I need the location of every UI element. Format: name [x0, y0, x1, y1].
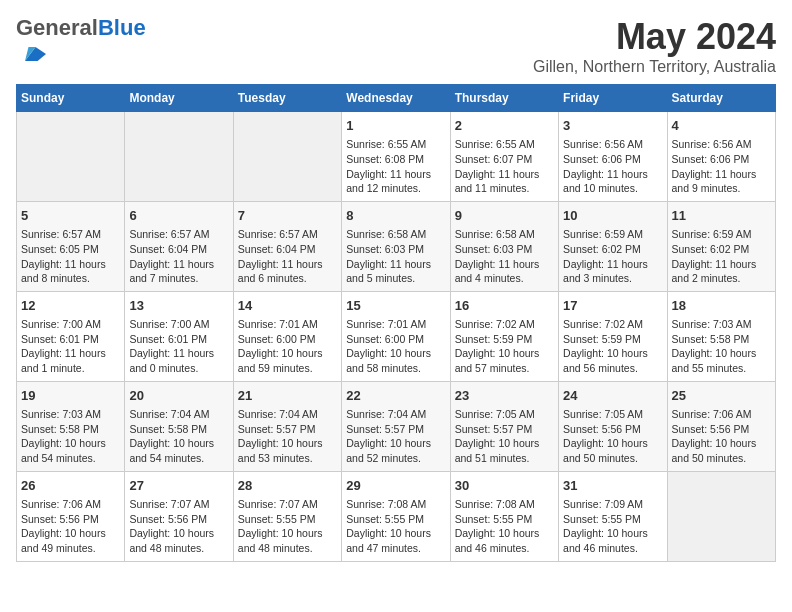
calendar-cell: 9Sunrise: 6:58 AM Sunset: 6:03 PM Daylig… [450, 201, 558, 291]
day-number: 11 [672, 207, 771, 225]
weekday-header: Tuesday [233, 85, 341, 112]
day-number: 5 [21, 207, 120, 225]
day-number: 31 [563, 477, 662, 495]
day-number: 8 [346, 207, 445, 225]
calendar-cell: 27Sunrise: 7:07 AM Sunset: 5:56 PM Dayli… [125, 471, 233, 561]
calendar-cell: 11Sunrise: 6:59 AM Sunset: 6:02 PM Dayli… [667, 201, 775, 291]
calendar-cell: 29Sunrise: 7:08 AM Sunset: 5:55 PM Dayli… [342, 471, 450, 561]
calendar-cell: 21Sunrise: 7:04 AM Sunset: 5:57 PM Dayli… [233, 381, 341, 471]
day-info: Sunrise: 7:01 AM Sunset: 6:00 PM Dayligh… [238, 317, 337, 376]
day-info: Sunrise: 6:56 AM Sunset: 6:06 PM Dayligh… [672, 137, 771, 196]
day-number: 27 [129, 477, 228, 495]
day-info: Sunrise: 7:02 AM Sunset: 5:59 PM Dayligh… [563, 317, 662, 376]
day-info: Sunrise: 6:55 AM Sunset: 6:07 PM Dayligh… [455, 137, 554, 196]
page-header: GeneralBlue May 2024 Gillen, Northern Te… [16, 16, 776, 76]
calendar-cell: 6Sunrise: 6:57 AM Sunset: 6:04 PM Daylig… [125, 201, 233, 291]
day-info: Sunrise: 7:08 AM Sunset: 5:55 PM Dayligh… [346, 497, 445, 556]
calendar-cell: 14Sunrise: 7:01 AM Sunset: 6:00 PM Dayli… [233, 291, 341, 381]
calendar-cell: 30Sunrise: 7:08 AM Sunset: 5:55 PM Dayli… [450, 471, 558, 561]
calendar-cell: 20Sunrise: 7:04 AM Sunset: 5:58 PM Dayli… [125, 381, 233, 471]
day-number: 18 [672, 297, 771, 315]
day-number: 16 [455, 297, 554, 315]
calendar-week-row: 5Sunrise: 6:57 AM Sunset: 6:05 PM Daylig… [17, 201, 776, 291]
weekday-header: Wednesday [342, 85, 450, 112]
calendar-cell: 2Sunrise: 6:55 AM Sunset: 6:07 PM Daylig… [450, 112, 558, 202]
calendar-cell [667, 471, 775, 561]
day-number: 13 [129, 297, 228, 315]
day-info: Sunrise: 7:04 AM Sunset: 5:57 PM Dayligh… [238, 407, 337, 466]
calendar-cell: 22Sunrise: 7:04 AM Sunset: 5:57 PM Dayli… [342, 381, 450, 471]
day-info: Sunrise: 6:59 AM Sunset: 6:02 PM Dayligh… [672, 227, 771, 286]
day-info: Sunrise: 7:01 AM Sunset: 6:00 PM Dayligh… [346, 317, 445, 376]
calendar-cell: 1Sunrise: 6:55 AM Sunset: 6:08 PM Daylig… [342, 112, 450, 202]
calendar-cell: 25Sunrise: 7:06 AM Sunset: 5:56 PM Dayli… [667, 381, 775, 471]
day-info: Sunrise: 7:00 AM Sunset: 6:01 PM Dayligh… [129, 317, 228, 376]
day-number: 9 [455, 207, 554, 225]
calendar-cell: 23Sunrise: 7:05 AM Sunset: 5:57 PM Dayli… [450, 381, 558, 471]
day-info: Sunrise: 7:09 AM Sunset: 5:55 PM Dayligh… [563, 497, 662, 556]
day-number: 29 [346, 477, 445, 495]
day-number: 7 [238, 207, 337, 225]
calendar-cell: 26Sunrise: 7:06 AM Sunset: 5:56 PM Dayli… [17, 471, 125, 561]
logo-icon [18, 40, 46, 68]
subtitle: Gillen, Northern Territory, Australia [533, 58, 776, 76]
day-info: Sunrise: 7:04 AM Sunset: 5:57 PM Dayligh… [346, 407, 445, 466]
weekday-header: Thursday [450, 85, 558, 112]
day-number: 1 [346, 117, 445, 135]
calendar-week-row: 19Sunrise: 7:03 AM Sunset: 5:58 PM Dayli… [17, 381, 776, 471]
day-info: Sunrise: 7:04 AM Sunset: 5:58 PM Dayligh… [129, 407, 228, 466]
day-info: Sunrise: 6:57 AM Sunset: 6:04 PM Dayligh… [238, 227, 337, 286]
day-number: 20 [129, 387, 228, 405]
weekday-header: Friday [559, 85, 667, 112]
calendar-cell [17, 112, 125, 202]
day-info: Sunrise: 7:05 AM Sunset: 5:57 PM Dayligh… [455, 407, 554, 466]
day-info: Sunrise: 6:55 AM Sunset: 6:08 PM Dayligh… [346, 137, 445, 196]
calendar-week-row: 12Sunrise: 7:00 AM Sunset: 6:01 PM Dayli… [17, 291, 776, 381]
day-number: 28 [238, 477, 337, 495]
day-number: 4 [672, 117, 771, 135]
logo: GeneralBlue [16, 16, 146, 72]
weekday-header: Sunday [17, 85, 125, 112]
calendar-cell: 17Sunrise: 7:02 AM Sunset: 5:59 PM Dayli… [559, 291, 667, 381]
calendar-cell: 19Sunrise: 7:03 AM Sunset: 5:58 PM Dayli… [17, 381, 125, 471]
day-info: Sunrise: 7:07 AM Sunset: 5:56 PM Dayligh… [129, 497, 228, 556]
day-number: 25 [672, 387, 771, 405]
day-info: Sunrise: 7:07 AM Sunset: 5:55 PM Dayligh… [238, 497, 337, 556]
calendar-cell: 15Sunrise: 7:01 AM Sunset: 6:00 PM Dayli… [342, 291, 450, 381]
day-number: 30 [455, 477, 554, 495]
day-number: 14 [238, 297, 337, 315]
logo-general-text: General [16, 15, 98, 40]
day-number: 3 [563, 117, 662, 135]
calendar-cell: 10Sunrise: 6:59 AM Sunset: 6:02 PM Dayli… [559, 201, 667, 291]
day-info: Sunrise: 6:58 AM Sunset: 6:03 PM Dayligh… [455, 227, 554, 286]
logo-blue-text: Blue [98, 15, 146, 40]
calendar-cell: 16Sunrise: 7:02 AM Sunset: 5:59 PM Dayli… [450, 291, 558, 381]
calendar-cell: 28Sunrise: 7:07 AM Sunset: 5:55 PM Dayli… [233, 471, 341, 561]
day-info: Sunrise: 7:06 AM Sunset: 5:56 PM Dayligh… [21, 497, 120, 556]
day-info: Sunrise: 7:05 AM Sunset: 5:56 PM Dayligh… [563, 407, 662, 466]
title-block: May 2024 Gillen, Northern Territory, Aus… [533, 16, 776, 76]
calendar-cell: 24Sunrise: 7:05 AM Sunset: 5:56 PM Dayli… [559, 381, 667, 471]
calendar-cell [125, 112, 233, 202]
calendar-cell [233, 112, 341, 202]
day-info: Sunrise: 7:00 AM Sunset: 6:01 PM Dayligh… [21, 317, 120, 376]
calendar-cell: 18Sunrise: 7:03 AM Sunset: 5:58 PM Dayli… [667, 291, 775, 381]
calendar-cell: 7Sunrise: 6:57 AM Sunset: 6:04 PM Daylig… [233, 201, 341, 291]
day-info: Sunrise: 7:08 AM Sunset: 5:55 PM Dayligh… [455, 497, 554, 556]
day-number: 6 [129, 207, 228, 225]
day-info: Sunrise: 6:57 AM Sunset: 6:04 PM Dayligh… [129, 227, 228, 286]
day-info: Sunrise: 7:03 AM Sunset: 5:58 PM Dayligh… [672, 317, 771, 376]
calendar-cell: 12Sunrise: 7:00 AM Sunset: 6:01 PM Dayli… [17, 291, 125, 381]
day-info: Sunrise: 7:02 AM Sunset: 5:59 PM Dayligh… [455, 317, 554, 376]
calendar-week-row: 26Sunrise: 7:06 AM Sunset: 5:56 PM Dayli… [17, 471, 776, 561]
calendar-cell: 8Sunrise: 6:58 AM Sunset: 6:03 PM Daylig… [342, 201, 450, 291]
day-number: 10 [563, 207, 662, 225]
day-number: 26 [21, 477, 120, 495]
day-number: 15 [346, 297, 445, 315]
day-number: 22 [346, 387, 445, 405]
day-info: Sunrise: 6:57 AM Sunset: 6:05 PM Dayligh… [21, 227, 120, 286]
calendar-cell: 31Sunrise: 7:09 AM Sunset: 5:55 PM Dayli… [559, 471, 667, 561]
calendar-week-row: 1Sunrise: 6:55 AM Sunset: 6:08 PM Daylig… [17, 112, 776, 202]
day-info: Sunrise: 6:58 AM Sunset: 6:03 PM Dayligh… [346, 227, 445, 286]
day-number: 12 [21, 297, 120, 315]
